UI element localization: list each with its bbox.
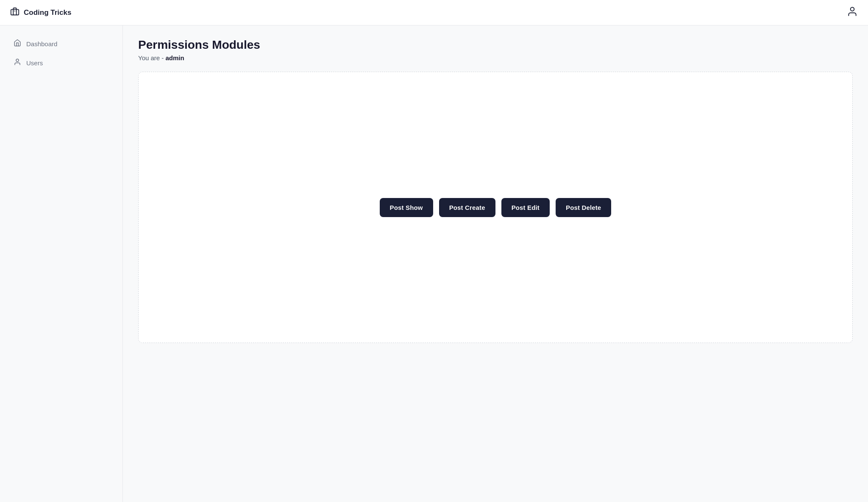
post-show-button[interactable]: Post Show [380,198,433,217]
main-layout: Dashboard Users Permissions Modules You … [0,25,868,502]
svg-rect-0 [11,9,19,15]
page-title: Permissions Modules [138,38,853,52]
svg-point-3 [13,11,14,11]
logo-area: Coding Tricks [10,7,71,18]
svg-point-6 [851,7,854,11]
main-content: Permissions Modules You are - admin Post… [123,25,868,502]
user-account-icon[interactable] [847,6,858,20]
post-delete-button[interactable]: Post Delete [556,198,611,217]
page-subtitle: You are - admin [138,54,853,61]
sidebar: Dashboard Users [0,25,123,502]
users-icon [14,58,21,68]
subtitle-prefix: You are - [138,54,166,61]
app-title: Coding Tricks [24,8,71,17]
svg-point-7 [16,59,19,61]
sidebar-item-users[interactable]: Users [3,54,119,72]
app-logo-icon [10,7,19,18]
app-header: Coding Tricks [0,0,868,25]
post-edit-button[interactable]: Post Edit [501,198,550,217]
permissions-card: Post Show Post Create Post Edit Post Del… [138,72,853,343]
home-icon [14,39,21,49]
user-role: admin [166,54,184,61]
post-create-button[interactable]: Post Create [439,198,495,217]
sidebar-item-dashboard-label: Dashboard [26,40,57,47]
sidebar-item-dashboard[interactable]: Dashboard [3,35,119,53]
sidebar-item-users-label: Users [26,59,43,67]
svg-point-4 [14,11,15,11]
svg-point-5 [16,11,17,11]
permissions-buttons-group: Post Show Post Create Post Edit Post Del… [380,198,612,217]
